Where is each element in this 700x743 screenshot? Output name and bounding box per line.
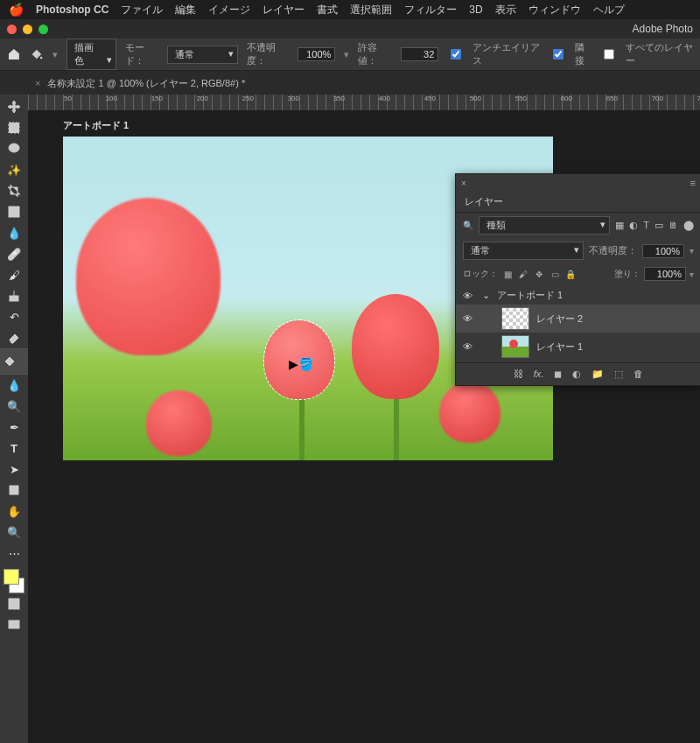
layer-blend-select[interactable]: 通常	[463, 242, 584, 260]
menu-view[interactable]: 表示	[495, 3, 516, 18]
filter-kind-select[interactable]: 種類	[479, 216, 610, 235]
artboard-name[interactable]: アートボード 1	[497, 289, 563, 302]
lock-transparency-icon[interactable]: ▦	[501, 270, 514, 279]
layer-name[interactable]: レイヤー 2	[536, 312, 583, 326]
crop-tool[interactable]	[2, 180, 26, 201]
delete-layer-icon[interactable]: 🗑	[634, 368, 643, 380]
dodge-tool[interactable]: 🔍	[2, 396, 26, 417]
filter-toggle-icon[interactable]: ⬤	[683, 220, 694, 231]
move-tool[interactable]	[2, 96, 26, 117]
healing-brush-tool[interactable]: 🩹	[2, 243, 26, 264]
eyedropper-tool[interactable]: 💧	[2, 222, 26, 243]
paint-bucket-icon[interactable]	[30, 46, 44, 62]
visibility-toggle[interactable]: 👁	[463, 291, 475, 301]
layer-fx-icon[interactable]: fx.	[534, 368, 544, 380]
filter-shape-icon[interactable]: ▭	[654, 220, 663, 231]
layers-tab[interactable]: レイヤー	[456, 192, 700, 213]
minimize-button[interactable]	[23, 25, 32, 34]
brush-tool[interactable]: 🖌	[2, 264, 26, 285]
visibility-toggle[interactable]: 👁	[463, 313, 475, 324]
opacity-label: 不透明度：	[247, 41, 289, 67]
lock-artboard-icon[interactable]: ▭	[549, 270, 561, 279]
layer-row[interactable]: 👁 レイヤー 2	[456, 305, 700, 333]
layer-name[interactable]: レイヤー 1	[536, 340, 583, 354]
layer-mask-icon[interactable]: ◼	[554, 368, 562, 380]
menu-edit[interactable]: 編集	[175, 3, 196, 18]
artboard-label[interactable]: アートボード 1	[63, 119, 129, 132]
zoom-tool[interactable]: 🔍	[2, 522, 26, 543]
opacity-input[interactable]: 100%	[298, 47, 335, 61]
tolerance-input[interactable]: 32	[401, 47, 438, 61]
menu-help[interactable]: ヘルプ	[593, 3, 625, 18]
clone-stamp-tool[interactable]	[2, 285, 26, 306]
antialias-checkbox[interactable]	[451, 49, 461, 60]
svg-rect-5	[10, 486, 18, 494]
chevron-down-icon[interactable]: ⌄	[482, 290, 490, 301]
visibility-toggle[interactable]: 👁	[463, 341, 475, 352]
blur-tool[interactable]: 💧	[2, 375, 26, 396]
more-tools[interactable]: ⋯	[2, 543, 26, 564]
filter-type-icon[interactable]: T	[643, 220, 649, 231]
lock-image-icon[interactable]: 🖌	[517, 270, 529, 279]
filter-smart-icon[interactable]: 🗎	[668, 220, 678, 231]
svg-rect-8	[9, 620, 19, 628]
document-tab[interactable]: 名称未設定 1 @ 100% (レイヤー 2, RGB/8#) *	[47, 77, 245, 90]
menu-type[interactable]: 書式	[317, 3, 338, 18]
magic-wand-tool[interactable]: ✨	[2, 159, 26, 180]
link-layers-icon[interactable]: ⛓	[514, 368, 523, 380]
menu-3d[interactable]: 3D	[469, 4, 482, 16]
foreground-color-swatch[interactable]	[4, 569, 19, 585]
layer-opacity-input[interactable]: 100%	[642, 244, 684, 258]
layer-row[interactable]: 👁 レイヤー 1	[456, 333, 700, 361]
history-brush-tool[interactable]: ↶	[2, 306, 26, 327]
new-group-icon[interactable]: 📁	[592, 368, 604, 380]
filter-pixel-icon[interactable]: ▦	[615, 220, 624, 231]
blend-mode-select[interactable]: 通常	[167, 46, 238, 64]
adjustment-layer-icon[interactable]: ◐	[572, 368, 581, 380]
menu-layer[interactable]: レイヤー	[262, 3, 304, 18]
lock-position-icon[interactable]: ✥	[533, 270, 545, 279]
menu-filter[interactable]: フィルター	[404, 3, 457, 18]
apple-menu[interactable]: 🍎	[9, 3, 24, 17]
new-layer-icon[interactable]: ⬚	[614, 368, 623, 380]
type-tool[interactable]: T	[2, 438, 26, 459]
color-swatches[interactable]	[2, 569, 26, 593]
menu-image[interactable]: イメージ	[208, 3, 250, 18]
titlebar: Adobe Photo	[0, 19, 700, 39]
menu-file[interactable]: ファイル	[121, 3, 163, 18]
filter-adjustment-icon[interactable]: ◐	[629, 220, 638, 231]
hand-tool[interactable]: ✋	[2, 501, 26, 522]
close-button[interactable]	[7, 25, 17, 34]
menu-select[interactable]: 選択範囲	[350, 3, 392, 18]
quick-mask-toggle[interactable]	[2, 593, 26, 614]
all-layers-checkbox[interactable]	[604, 49, 614, 60]
panel-menu-icon[interactable]: ≡	[690, 178, 696, 188]
fill-mode-select[interactable]: 描画色	[66, 39, 116, 70]
home-icon[interactable]	[7, 46, 21, 62]
tolerance-label: 許容値：	[358, 41, 392, 67]
screen-mode-toggle[interactable]	[2, 614, 26, 635]
search-icon[interactable]: 🔍	[463, 221, 473, 230]
shape-tool[interactable]	[2, 480, 26, 501]
lasso-tool[interactable]	[2, 138, 26, 159]
image-content	[394, 390, 399, 460]
layer-thumbnail[interactable]	[501, 307, 529, 330]
panel-close-icon[interactable]: ×	[461, 179, 466, 188]
layer-opacity-label: 不透明度：	[589, 244, 637, 257]
pen-tool[interactable]: ✒	[2, 417, 26, 438]
zoom-button[interactable]	[38, 25, 48, 34]
app-name[interactable]: Photoshop CC	[36, 4, 108, 16]
lock-all-icon[interactable]: 🔒	[564, 270, 577, 279]
tab-close-icon[interactable]: ×	[35, 78, 40, 88]
artboard-group[interactable]: 👁 ⌄ アートボード 1	[456, 286, 700, 305]
contiguous-checkbox[interactable]	[553, 49, 564, 60]
frame-tool[interactable]	[2, 201, 26, 222]
path-selection-tool[interactable]: ➤	[2, 459, 26, 480]
fill-opacity-input[interactable]: 100%	[644, 267, 686, 281]
eraser-tool[interactable]	[2, 327, 26, 348]
options-bar: ▾ 描画色 モード： 通常 不透明度： 100%▾ 許容値： 32 アンチエイリ…	[0, 39, 700, 71]
layer-thumbnail[interactable]	[501, 335, 529, 358]
marquee-tool[interactable]	[2, 117, 26, 138]
menu-window[interactable]: ウィンドウ	[528, 3, 581, 18]
document-tabs: × 名称未設定 1 @ 100% (レイヤー 2, RGB/8#) *	[0, 71, 700, 95]
